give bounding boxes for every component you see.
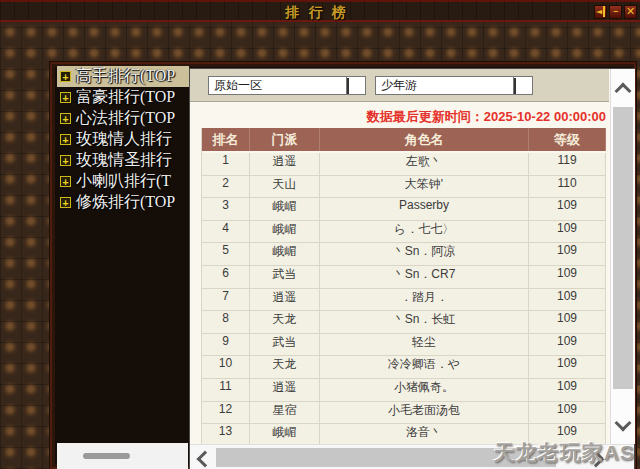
expand-plus-icon[interactable]: + bbox=[60, 155, 71, 166]
tree-horizontal-scrollbar[interactable] bbox=[57, 443, 188, 469]
name-cell: 小猪佩奇。 bbox=[320, 379, 529, 402]
ranking-category-tree: + 高手排行(TOP + 富豪排行(TOP + 心法排行(TOP + 玫瑰情人排… bbox=[57, 66, 189, 213]
rank-cell: 10 bbox=[202, 356, 250, 379]
window-controls: ◄ － ✕ bbox=[594, 5, 637, 19]
name-cell: 冷冷卿语．や bbox=[320, 356, 529, 379]
rank-cell: 3 bbox=[202, 198, 250, 221]
chevron-down-icon bbox=[514, 78, 516, 94]
rank-cell: 5 bbox=[202, 243, 250, 266]
vertical-scrollbar-thumb[interactable] bbox=[613, 107, 633, 389]
table-header-row: 排名门派角色名等级 bbox=[202, 128, 606, 153]
close-button[interactable]: ✕ bbox=[624, 5, 637, 19]
name-cell: ら．七七〉 bbox=[320, 221, 529, 244]
name-cell: ．踏月． bbox=[320, 289, 529, 312]
category-select-button[interactable] bbox=[513, 77, 532, 94]
tree-scrollbar-thumb[interactable] bbox=[83, 453, 130, 459]
scroll-up-icon[interactable] bbox=[615, 83, 632, 100]
expand-plus-icon[interactable]: + bbox=[60, 134, 71, 145]
sect-cell: 逍遥 bbox=[250, 153, 320, 176]
level-cell: 119 bbox=[529, 153, 606, 176]
server-select-value: 原始一区 bbox=[214, 78, 262, 92]
rank-cell: 12 bbox=[202, 402, 250, 425]
tree-item[interactable]: + 富豪排行(TOP bbox=[57, 87, 189, 108]
category-select-value: 少年游 bbox=[381, 78, 417, 92]
tree-item-label: 修炼排行(TOP bbox=[76, 192, 175, 213]
expand-plus-icon[interactable]: + bbox=[60, 197, 71, 208]
watermark: 天龙老玩家AS bbox=[494, 439, 635, 467]
ranking-table: 排名门派角色名等级 1 逍遥 左歌丶 119 2 天山 大笨钟' 110 3 峨… bbox=[201, 128, 606, 447]
level-cell: 109 bbox=[529, 379, 606, 402]
table-row: 9 武当 轻尘 109 bbox=[202, 334, 606, 357]
name-cell: 丶Sn．长虹 bbox=[320, 311, 529, 334]
level-cell: 109 bbox=[529, 289, 606, 312]
scroll-down-icon[interactable] bbox=[615, 415, 632, 432]
scroll-left-icon[interactable] bbox=[197, 451, 214, 468]
tree-item[interactable]: + 玫瑰情人排行 bbox=[57, 129, 189, 150]
table-header-cell: 角色名 bbox=[320, 128, 529, 151]
level-cell: 110 bbox=[529, 176, 606, 199]
server-select[interactable]: 原始一区 bbox=[208, 76, 366, 95]
table-row: 4 峨嵋 ら．七七〉 109 bbox=[202, 221, 606, 244]
level-cell: 109 bbox=[529, 311, 606, 334]
sect-cell: 逍遥 bbox=[250, 379, 320, 402]
sect-cell: 武当 bbox=[250, 334, 320, 357]
table-row: 1 逍遥 左歌丶 119 bbox=[202, 153, 606, 176]
tree-item[interactable]: + 修炼排行(TOP bbox=[57, 192, 189, 213]
expand-plus-icon[interactable]: + bbox=[60, 176, 71, 187]
rank-cell: 7 bbox=[202, 289, 250, 312]
rank-cell: 2 bbox=[202, 176, 250, 199]
collapse-button[interactable]: ◄ bbox=[594, 5, 607, 19]
table-row: 3 峨嵋 Passerby 109 bbox=[202, 198, 606, 221]
ranking-window: 排行榜 ◄ － ✕ + 高手排行(TOP + 富豪排行(TOP + 心法排行(T… bbox=[0, 0, 640, 469]
name-cell: 丶Sn．阿凉 bbox=[320, 243, 529, 266]
server-select-button[interactable] bbox=[346, 77, 365, 94]
chevron-down-icon bbox=[347, 78, 349, 94]
collapse-icon: ◄ bbox=[596, 6, 605, 17]
tree-item[interactable]: + 小喇叭排行(T bbox=[57, 171, 189, 192]
vertical-scrollbar[interactable] bbox=[610, 69, 635, 444]
tree-item-label: 心法排行(TOP bbox=[76, 108, 175, 129]
rank-cell: 8 bbox=[202, 311, 250, 334]
expand-plus-icon[interactable]: + bbox=[60, 71, 71, 82]
level-cell: 109 bbox=[529, 334, 606, 357]
tree-item-label: 玫瑰情人排行 bbox=[76, 129, 172, 150]
category-select[interactable]: 少年游 bbox=[375, 76, 533, 95]
table-body: 1 逍遥 左歌丶 119 2 天山 大笨钟' 110 3 峨嵋 Passerby… bbox=[202, 153, 606, 447]
window-title: 排行榜 bbox=[0, 4, 640, 22]
table-row: 7 逍遥 ．踏月． 109 bbox=[202, 289, 606, 312]
name-cell: 丶Sn．CR7 bbox=[320, 266, 529, 289]
table-header-cell: 排名 bbox=[202, 128, 250, 151]
tree-item[interactable]: + 心法排行(TOP bbox=[57, 108, 189, 129]
table-row: 8 天龙 丶Sn．长虹 109 bbox=[202, 311, 606, 334]
sect-cell: 星宿 bbox=[250, 402, 320, 425]
sect-cell: 逍遥 bbox=[250, 289, 320, 312]
sect-cell: 峨嵋 bbox=[250, 198, 320, 221]
name-cell: Passerby bbox=[320, 198, 529, 221]
tree-item-label: 玫瑰情圣排行 bbox=[76, 150, 172, 171]
table-row: 12 星宿 小毛老面汤包 109 bbox=[202, 402, 606, 425]
last-update-notice: 数据最后更新时间：2025-10-22 00:00:00 bbox=[201, 108, 606, 126]
name-cell: 大笨钟' bbox=[320, 176, 529, 199]
table-header-cell: 门派 bbox=[250, 128, 320, 151]
rank-cell: 4 bbox=[202, 221, 250, 244]
tree-item[interactable]: + 高手排行(TOP bbox=[57, 66, 189, 87]
rank-cell: 9 bbox=[202, 334, 250, 357]
sect-cell: 峨嵋 bbox=[250, 221, 320, 244]
table-header-cell: 等级 bbox=[529, 128, 606, 151]
level-cell: 109 bbox=[529, 356, 606, 379]
table-row: 11 逍遥 小猪佩奇。 109 bbox=[202, 379, 606, 402]
filter-toolbar: 原始一区 少年游 bbox=[190, 69, 609, 102]
minimize-button[interactable]: － bbox=[609, 5, 622, 19]
expand-plus-icon[interactable]: + bbox=[60, 92, 71, 103]
expand-plus-icon[interactable]: + bbox=[60, 113, 71, 124]
sect-cell: 武当 bbox=[250, 266, 320, 289]
title-bar[interactable]: 排行榜 ◄ － ✕ bbox=[0, 0, 640, 22]
tree-item[interactable]: + 玫瑰情圣排行 bbox=[57, 150, 189, 171]
ranking-panel: 原始一区 少年游 数据最后更新时间：2025-10-22 00:00:00 排名… bbox=[189, 68, 635, 469]
table-row: 6 武当 丶Sn．CR7 109 bbox=[202, 266, 606, 289]
name-cell: 左歌丶 bbox=[320, 153, 529, 176]
close-icon: ✕ bbox=[626, 5, 635, 18]
sect-cell: 天龙 bbox=[250, 311, 320, 334]
rank-cell: 6 bbox=[202, 266, 250, 289]
table-row: 2 天山 大笨钟' 110 bbox=[202, 176, 606, 199]
